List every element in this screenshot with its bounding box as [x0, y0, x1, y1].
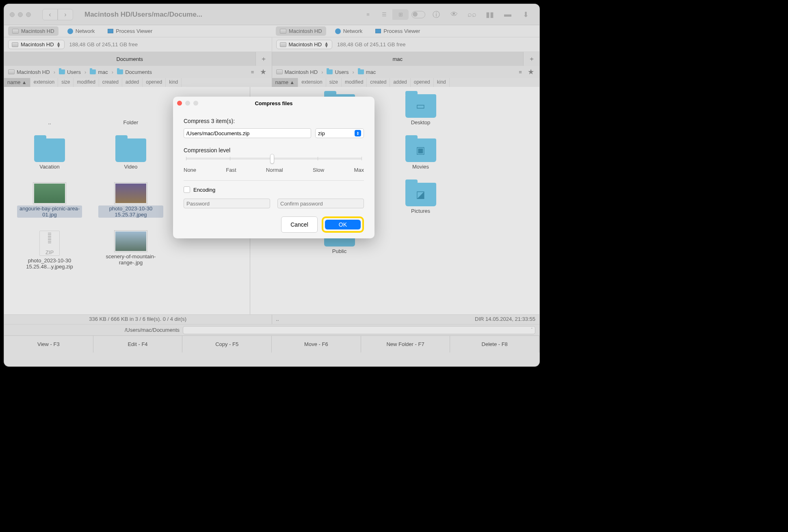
column-headers: name ▲ extension size modified created a… [4, 78, 539, 87]
desktop-icon[interactable]: ▬ [500, 9, 516, 20]
shelf-tab-process[interactable]: Process Viewer [104, 26, 156, 36]
col-modified[interactable]: modified [342, 78, 367, 87]
star-icon[interactable]: ★ [259, 68, 268, 76]
toggle-switch[interactable] [410, 9, 426, 20]
col-size[interactable]: size [58, 78, 74, 87]
crumb-seg[interactable]: mac [98, 69, 108, 75]
crumb-seg[interactable]: Users [335, 69, 349, 75]
minimize-icon[interactable] [185, 101, 190, 106]
crumb-seg[interactable]: mac [366, 69, 376, 75]
view-mode-group: ≡ ☰ ⊞ [360, 9, 409, 20]
crumb-seg[interactable]: Macintosh HD [17, 69, 50, 75]
columns-view-icon[interactable]: ☰ [376, 9, 392, 20]
col-added[interactable]: added [390, 78, 410, 87]
col-created[interactable]: created [99, 78, 122, 87]
col-created[interactable]: created [367, 78, 390, 87]
download-icon[interactable]: ⬇ [517, 9, 534, 20]
ok-button[interactable]: OK [325, 220, 361, 229]
minimize-icon[interactable] [18, 12, 23, 17]
add-tab-button[interactable]: ＋ [255, 52, 272, 66]
back-button[interactable]: ‹ [42, 9, 58, 20]
shelf-tab-network[interactable]: Network [63, 26, 99, 36]
crumb-seg[interactable]: Documents [125, 69, 152, 75]
compress-dialog: Compress files Compress 3 item(s): zip ▲… [173, 97, 375, 238]
col-added[interactable]: added [122, 78, 143, 87]
password-input[interactable] [184, 199, 270, 208]
encoding-checkbox[interactable] [184, 186, 190, 193]
col-modified[interactable]: modified [74, 78, 99, 87]
volume-select[interactable]: Macintosh HD ▲▼ [276, 40, 333, 49]
format-value: zip [318, 130, 355, 136]
volume-select[interactable]: Macintosh HD ▲▼ [8, 40, 65, 49]
item-pictures[interactable]: ◪Pictures [380, 180, 461, 216]
item-video[interactable]: Video [90, 136, 171, 172]
info-icon[interactable]: ⓘ [428, 9, 444, 20]
item-zip[interactable]: ZIPphoto_2023-10-30 15.25.48...y.jpeg.zi… [9, 228, 90, 272]
fkey-move[interactable]: Move - F6 [272, 336, 361, 353]
item-label: angourie-bay-picnic-area-01.jpg [17, 205, 82, 218]
col-name[interactable]: name ▲ [272, 78, 299, 87]
shelf-tab-hd[interactable]: Macintosh HD [276, 26, 326, 36]
fkey-copy[interactable]: Copy - F5 [182, 336, 272, 353]
item-label: photo_2023-10-30 15.25.48...y.jpeg.zip [17, 257, 82, 270]
monitor-icon [108, 29, 113, 33]
item-image[interactable]: angourie-bay-picnic-area-01.jpg [9, 180, 90, 220]
fkey-delete[interactable]: Delete - F8 [450, 336, 539, 353]
item-movies[interactable]: ▣Movies [380, 136, 461, 172]
nav-arrows: ‹ › [42, 9, 73, 20]
lines-icon[interactable]: ≡ [516, 68, 525, 76]
col-name[interactable]: name ▲ [4, 78, 30, 87]
breadcrumb[interactable]: Macintosh HD› Users› mac [276, 69, 376, 75]
confirm-password-input[interactable] [277, 199, 364, 208]
fkey-view[interactable]: View - F3 [4, 336, 93, 353]
fkey-newfolder[interactable]: New Folder - F7 [361, 336, 450, 353]
output-path-input[interactable] [184, 128, 311, 138]
item-image[interactable]: photo_2023-10-30 15.25.37.jpeg [90, 180, 171, 220]
col-opened[interactable]: opened [411, 78, 434, 87]
col-opened[interactable]: opened [143, 78, 166, 87]
shelf-tab-network[interactable]: Network [331, 26, 367, 36]
format-select[interactable]: zip ▲▼ [315, 128, 364, 138]
col-extension[interactable]: extension [298, 78, 326, 87]
fkey-edit[interactable]: Edit - F4 [93, 336, 183, 353]
columns-icon[interactable]: ▮▮ [482, 9, 498, 20]
add-tab-button[interactable]: ＋ [523, 52, 539, 66]
slider-thumb[interactable] [270, 154, 274, 164]
tab-mac[interactable]: mac [272, 52, 524, 66]
lines-icon[interactable]: ≡ [248, 68, 257, 76]
volume-name: Macintosh HD [21, 41, 54, 48]
shelf-label: Network [76, 28, 95, 34]
crumb-seg[interactable]: Users [67, 69, 81, 75]
window-title: Macintosh HD/Users/mac/Docume... [84, 11, 357, 19]
shelf-tab-process[interactable]: Process Viewer [371, 26, 424, 36]
tab-documents[interactable]: Documents [4, 52, 255, 66]
col-kind[interactable]: kind [434, 78, 450, 87]
cancel-button[interactable]: Cancel [281, 216, 318, 233]
item-image[interactable]: scenery-of-mountain-range-.jpg [90, 228, 171, 272]
close-icon[interactable] [10, 12, 15, 17]
item-vacation[interactable]: Vacation [9, 136, 90, 172]
item-desktop[interactable]: ▭Desktop [380, 92, 461, 128]
shelf-label: Network [343, 28, 363, 34]
zoom-icon[interactable] [26, 12, 31, 17]
list-view-icon[interactable]: ≡ [360, 9, 376, 20]
col-extension[interactable]: extension [30, 78, 58, 87]
quicklook-icon[interactable]: 👁 [446, 9, 462, 20]
breadcrumb[interactable]: Macintosh HD› Users› mac› Documents [8, 69, 152, 75]
command-combo[interactable]: ˇ [183, 326, 535, 334]
crumb-seg[interactable]: Macintosh HD [285, 69, 318, 75]
forward-button[interactable]: › [58, 9, 73, 20]
binoculars-icon[interactable]: ⌕⌕ [464, 9, 480, 20]
compression-slider[interactable] [186, 158, 362, 160]
col-kind[interactable]: kind [166, 78, 182, 87]
star-icon[interactable]: ★ [526, 68, 535, 76]
close-icon[interactable] [177, 101, 182, 106]
zoom-icon[interactable] [193, 101, 198, 106]
col-size[interactable]: size [326, 78, 342, 87]
grid-view-icon[interactable]: ⊞ [392, 9, 409, 20]
monitor-icon [375, 29, 381, 33]
item-up[interactable]: .. [9, 92, 90, 128]
item-folder[interactable]: Folder [90, 92, 171, 128]
image-thumb [33, 183, 66, 204]
shelf-tab-hd[interactable]: Macintosh HD [8, 26, 58, 36]
